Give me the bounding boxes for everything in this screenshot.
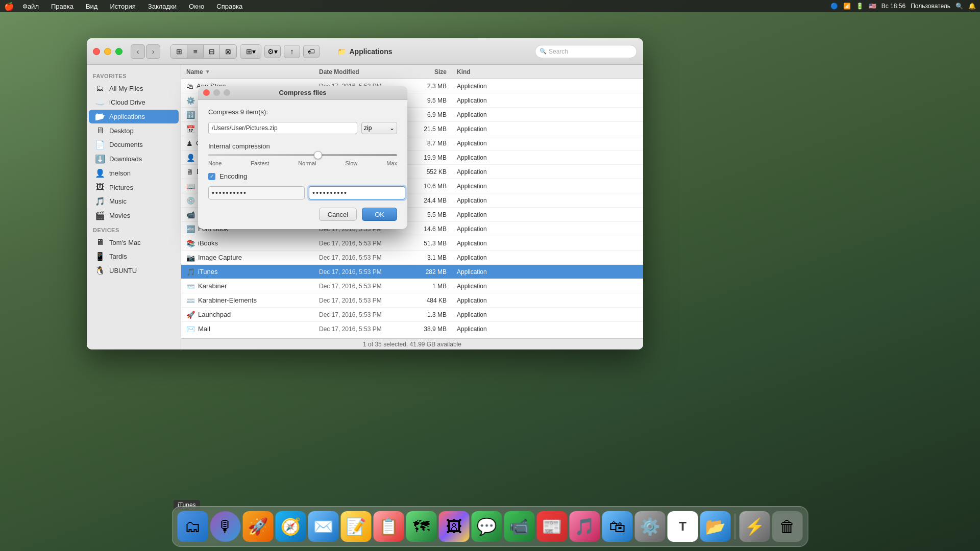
sidebar-item-all-files[interactable]: 🗂 All My Files (89, 82, 179, 95)
dock-item-photos[interactable]: 🖼 (439, 511, 470, 542)
table-row[interactable]: 🚀 Launchpad Dec 17, 2016, 5:53 PM 1.3 MB… (181, 308, 643, 322)
finder-search-bar[interactable]: 🔍 Search (535, 45, 637, 58)
gear-button[interactable]: ⚙▾ (264, 45, 281, 58)
sidebar-item-pictures[interactable]: 🖼 Pictures (89, 181, 179, 194)
dock-item-misc[interactable]: ⚡ (740, 511, 770, 542)
sidebar-item-desktop[interactable]: 🖥 Desktop (89, 124, 179, 137)
search-menubar-icon[interactable]: 🔍 (955, 3, 963, 10)
itunes-dock-icon: 🎵 (575, 517, 595, 536)
menu-edit[interactable]: Правка (49, 3, 76, 10)
menu-window[interactable]: Окно (187, 3, 206, 10)
encoding-checkbox[interactable]: ✓ (208, 173, 215, 180)
dialog-maximize-button[interactable] (224, 89, 230, 96)
sidebar-item-music[interactable]: 🎵 Music (89, 194, 179, 208)
dock-item-mail[interactable]: ✉️ (308, 511, 339, 542)
file-size: 10.6 MB (411, 183, 452, 190)
file-kind: Application (452, 254, 643, 261)
sidebar-item-icloud[interactable]: ☁️ iCloud Drive (89, 95, 179, 109)
dock-item-trash[interactable]: 🗑 (772, 511, 803, 542)
dock-item-appstore[interactable]: 🛍 (602, 511, 633, 542)
maximize-button[interactable] (115, 48, 122, 55)
column-kind[interactable]: Kind (452, 68, 643, 76)
password-input[interactable] (208, 186, 305, 199)
slider-track[interactable] (208, 154, 397, 156)
share-button[interactable]: ↑ (284, 45, 300, 58)
dock-item-prefs[interactable]: ⚙️ (635, 511, 666, 542)
table-row[interactable]: ⌨️ Karabiner-Elements Dec 17, 2016, 5:53… (181, 293, 643, 308)
sidebar-item-applications[interactable]: 📂 Applications (89, 110, 179, 123)
file-kind: Application (452, 154, 643, 161)
sort-arrow: ▼ (205, 69, 210, 74)
sidebar-item-tardis[interactable]: 📱 Tardis (89, 249, 179, 263)
file-size: 1.3 MB (411, 311, 452, 318)
file-name: Launchpad (198, 311, 231, 318)
password-confirm-input[interactable] (309, 186, 405, 199)
app-icon: ✉️ (186, 325, 195, 333)
app-icon: ⌨️ (186, 296, 195, 305)
dock-item-safari[interactable]: 🧭 (276, 511, 306, 542)
sidebar-item-tnelson[interactable]: 👤 tnelson (89, 166, 179, 180)
encoding-label: Encoding (219, 172, 247, 180)
format-select[interactable]: zip ⌄ (361, 122, 397, 134)
user-icon: 👤 (95, 168, 105, 178)
icon-view-button[interactable]: ⊞ (171, 45, 187, 58)
column-view-button[interactable]: ⊟ (204, 45, 220, 58)
apple-menu[interactable]: 🍎 (4, 2, 14, 11)
dialog-minimize-button[interactable] (213, 89, 220, 96)
table-row[interactable]: 🎵 iTunes Dec 17, 2016, 5:53 PM 282 MB Ap… (181, 265, 643, 279)
forward-button[interactable]: › (146, 44, 160, 59)
list-view-button[interactable]: ≡ (187, 45, 204, 58)
column-date[interactable]: Date Modified (319, 68, 411, 76)
dock-item-messages[interactable]: 💬 (472, 511, 502, 542)
arrange-button[interactable]: ⊞▾ (240, 45, 261, 58)
dock-item-itunes[interactable]: 🎵 (570, 511, 600, 542)
dock-item-news[interactable]: 📰 (537, 511, 568, 542)
dialog-close-button[interactable] (203, 89, 210, 96)
cancel-button[interactable]: Cancel (319, 208, 357, 221)
sidebar-item-downloads[interactable]: ⬇️ Downloads (89, 152, 179, 166)
menubar: 🍎 Файл Правка Вид История Закладки Окно … (0, 0, 980, 12)
table-row[interactable]: ✉️ Mail Dec 17, 2016, 5:53 PM 38.9 MB Ap… (181, 322, 643, 336)
dock-item-typora[interactable]: T (668, 511, 698, 542)
sidebar-item-movies[interactable]: 🎬 Movies (89, 209, 179, 222)
table-row[interactable]: ⌨️ Karabiner Dec 17, 2016, 5:53 PM 1 MB … (181, 279, 643, 293)
menu-file[interactable]: Файл (20, 3, 41, 10)
slider-thumb[interactable] (314, 151, 322, 159)
tag-button[interactable]: 🏷 (303, 45, 320, 58)
movies-icon: 🎬 (95, 211, 105, 220)
menu-view[interactable]: Вид (84, 3, 100, 10)
dock-item-finder2[interactable]: 📂 (700, 511, 731, 542)
dock-item-finder[interactable]: 🗂 (178, 511, 208, 542)
menu-history[interactable]: История (108, 3, 137, 10)
dock-item-notes[interactable]: 📝 (341, 511, 372, 542)
folder-icon: 📁 (337, 47, 346, 56)
compress-dialog: Compress files Compress 9 item(s): zip ⌄… (198, 86, 407, 229)
dock-item-launchpad[interactable]: 🚀 (243, 511, 274, 542)
table-row[interactable]: 📷 Image Capture Dec 17, 2016, 5:53 PM 3.… (181, 251, 643, 265)
cover-flow-button[interactable]: ⊠ (220, 45, 236, 58)
sidebar-item-toms-mac[interactable]: 🖥 Tom's Mac (89, 236, 179, 249)
ok-button[interactable]: OK (362, 208, 397, 221)
menu-help[interactable]: Справка (214, 3, 244, 10)
column-size[interactable]: Size (411, 68, 452, 76)
back-button[interactable]: ‹ (131, 44, 145, 59)
column-name[interactable]: Name ▼ (181, 68, 319, 76)
close-button[interactable] (93, 48, 100, 55)
table-row[interactable]: 📚 iBooks Dec 17, 2016, 5:53 PM 51.3 MB A… (181, 236, 643, 251)
sidebar-item-documents[interactable]: 📄 Documents (89, 138, 179, 152)
menu-bookmarks[interactable]: Закладки (146, 3, 179, 10)
menubar-right: 🔵 📶 🔋 🇺🇸 Вс 18:56 Пользователь 🔍 🔔 (830, 3, 976, 10)
file-size: 14.6 MB (411, 226, 452, 233)
messages-dock-icon: 💬 (477, 517, 497, 536)
dock-separator (735, 514, 736, 539)
minimize-button[interactable] (104, 48, 111, 55)
dock-item-facetime[interactable]: 📹 (504, 511, 535, 542)
notifications-icon[interactable]: 🔔 (968, 3, 976, 10)
mail-dock-icon: ✉️ (313, 517, 334, 536)
dock-item-reminders[interactable]: 📋 (374, 511, 404, 542)
path-input[interactable] (208, 122, 357, 134)
pictures-icon: 🖼 (95, 183, 105, 192)
dock-item-siri[interactable]: 🎙 (210, 511, 241, 542)
dock-item-maps[interactable]: 🗺 (406, 511, 437, 542)
sidebar-item-ubuntu[interactable]: 🐧 UBUNTU (89, 264, 179, 278)
